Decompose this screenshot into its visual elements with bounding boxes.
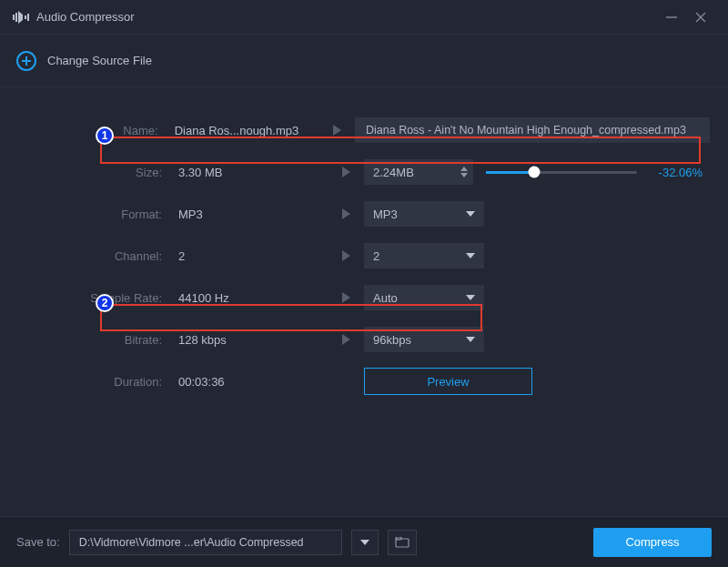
- chevron-down-icon: [466, 253, 475, 258]
- change-source-link[interactable]: Change Source File: [47, 54, 152, 67]
- chevron-right-icon: [342, 208, 350, 219]
- compress-button[interactable]: Compress: [593, 528, 712, 557]
- row-duration: Duration: 00:03:36 Preview: [18, 360, 710, 402]
- channel-select[interactable]: 2: [364, 243, 484, 268]
- label-channel: Channel:: [18, 249, 175, 263]
- chevron-right-icon: [342, 167, 350, 177]
- title-bar: Audio Compressor: [0, 0, 728, 35]
- format-select[interactable]: MP3: [364, 201, 484, 227]
- source-sample-rate: 44100 Hz: [175, 291, 328, 305]
- chevron-right-icon: [342, 250, 350, 261]
- add-icon[interactable]: [16, 51, 36, 71]
- content-area: Name: Diana Ros...nough.mp3 Diana Ross -…: [0, 87, 728, 402]
- target-size-spinner[interactable]: 2.24MB: [364, 159, 473, 185]
- source-duration: 00:03:36: [175, 375, 328, 389]
- source-format: MP3: [175, 208, 328, 221]
- bitrate-select-value: 96kbps: [373, 333, 411, 347]
- spinner-down-icon[interactable]: [460, 173, 468, 177]
- label-bitrate: Bitrate:: [18, 333, 175, 347]
- chevron-right-icon: [342, 292, 350, 303]
- app-icon: [13, 11, 29, 24]
- chevron-right-icon: [333, 125, 341, 136]
- sample-rate-select[interactable]: Auto: [364, 285, 484, 310]
- minimize-button[interactable]: [657, 3, 686, 32]
- bitrate-select[interactable]: 96kbps: [364, 327, 484, 352]
- source-name: Diana Ros...nough.mp3: [171, 124, 319, 137]
- chevron-down-icon: [466, 295, 475, 300]
- save-path-dropdown[interactable]: [351, 530, 379, 555]
- svg-rect-3: [25, 15, 26, 19]
- row-format: Format: MP3 MP3: [18, 193, 710, 235]
- size-percent-text: -32.06%: [648, 166, 703, 179]
- label-size: Size:: [18, 166, 175, 179]
- header-bar: Change Source File: [0, 35, 728, 87]
- row-channel: Channel: 2 2: [18, 235, 710, 277]
- row-bitrate: Bitrate: 128 kbps 96kbps: [18, 319, 710, 360]
- svg-rect-4: [27, 14, 29, 21]
- svg-rect-1: [15, 13, 17, 22]
- chevron-down-icon: [360, 540, 369, 545]
- source-size: 3.30 MB: [175, 166, 328, 179]
- format-select-value: MP3: [373, 208, 398, 221]
- annotation-badge-1: 1: [96, 127, 114, 145]
- source-bitrate: 128 kbps: [175, 333, 328, 347]
- size-slider[interactable]: -32.06%: [486, 166, 710, 179]
- preview-button[interactable]: Preview: [364, 368, 532, 395]
- close-button[interactable]: [686, 3, 715, 32]
- row-name: Name: Diana Ros...nough.mp3 Diana Ross -…: [18, 109, 710, 151]
- annotation-badge-2: 2: [96, 294, 114, 312]
- svg-marker-2: [18, 11, 23, 24]
- target-size-value: 2.24MB: [373, 166, 414, 179]
- label-format: Format:: [18, 208, 175, 221]
- row-size: Size: 3.30 MB 2.24MB -32.06%: [18, 151, 710, 193]
- chevron-right-icon: [342, 334, 350, 345]
- row-sample-rate: Sample Rate: 44100 Hz Auto: [18, 277, 710, 319]
- save-to-label: Save to:: [16, 535, 60, 549]
- footer-bar: Save to: D:\Vidmore\Vidmore ...er\Audio …: [0, 516, 728, 567]
- chevron-down-icon: [466, 337, 475, 342]
- app-title: Audio Compressor: [36, 10, 657, 24]
- svg-rect-0: [13, 15, 15, 20]
- chevron-down-icon: [466, 211, 475, 217]
- save-path-field[interactable]: D:\Vidmore\Vidmore ...er\Audio Compresse…: [69, 530, 342, 555]
- label-duration: Duration:: [18, 375, 175, 389]
- open-folder-button[interactable]: [388, 530, 417, 555]
- spinner-up-icon[interactable]: [460, 167, 468, 171]
- label-name: Name:: [18, 124, 171, 137]
- output-name-field[interactable]: Diana Ross - Ain't No Mountain High Enou…: [355, 117, 710, 143]
- channel-select-value: 2: [373, 249, 379, 263]
- sample-rate-select-value: Auto: [373, 291, 398, 305]
- source-channel: 2: [175, 249, 328, 263]
